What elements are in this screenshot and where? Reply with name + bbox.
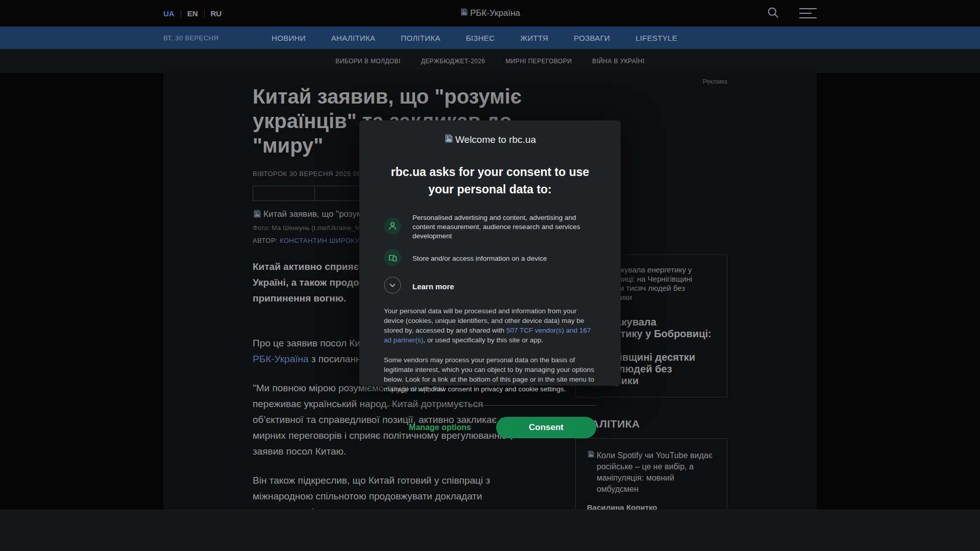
- nav-item-polityka[interactable]: ПОЛІТИКА: [401, 34, 440, 42]
- nav-item-rozvahy[interactable]: РОЗВАГИ: [574, 34, 610, 42]
- analytics-heading: АНАЛІТИКА: [575, 418, 727, 430]
- person-icon: [384, 217, 401, 237]
- site-logo[interactable]: РБК-Україна: [460, 8, 520, 19]
- topic-moldova-elections[interactable]: ВИБОРИ В МОЛДОВІ: [335, 58, 400, 65]
- purpose-text: Store and/or access information on a dev…: [412, 254, 547, 263]
- nav-item-analityka[interactable]: АНАЛІТИКА: [331, 34, 376, 42]
- menu-icon[interactable]: [799, 5, 817, 22]
- consent-paragraph: Some vendors may process your personal d…: [384, 355, 596, 394]
- analytics-image-alt: Коли Spotify чи YouTube видає російське …: [597, 450, 716, 495]
- top-bar: UA EN RU РБК-Україна: [0, 0, 980, 27]
- purpose-text: Personalised advertising and content, ad…: [412, 213, 596, 241]
- language-switcher: UA EN RU: [163, 9, 222, 18]
- paragraph-text: , or used specifically by this site or a…: [423, 336, 543, 344]
- divider: [181, 10, 181, 17]
- broken-image-icon: [460, 8, 469, 19]
- devices-icon: [384, 249, 401, 268]
- topic-budget-2026[interactable]: ДЕРЖБЮДЖЕТ-2026: [421, 58, 485, 65]
- share-button[interactable]: [253, 186, 315, 201]
- broken-image-icon: [253, 209, 262, 221]
- nav-item-lifestyle[interactable]: LIFESTYLE: [635, 34, 677, 42]
- lang-en[interactable]: EN: [187, 9, 198, 18]
- nav-date: ВТ, 30 ВЕРЕСНЯ: [163, 34, 218, 42]
- consent-heading: rbc.ua asks for your consent to use your…: [384, 163, 596, 198]
- purpose-row-store-information: Store and/or access information on a dev…: [384, 249, 596, 268]
- nav-item-zhyttia[interactable]: ЖИТТЯ: [520, 34, 548, 42]
- search-icon[interactable]: [766, 6, 780, 21]
- logo-alt-text: РБК-Україна: [470, 8, 520, 18]
- consent-button[interactable]: Consent: [496, 417, 596, 438]
- author-label: АВТОР:: [253, 237, 278, 244]
- ad-label: Реклама: [575, 78, 727, 85]
- welcome-alt-text: Welcome to rbc.ua: [455, 134, 536, 145]
- main-nav: ВТ, 30 ВЕРЕСНЯ НОВИНИ АНАЛІТИКА ПОЛІТИКА…: [0, 27, 980, 49]
- nav-item-biznes[interactable]: БІЗНЕС: [466, 34, 495, 42]
- broken-image-icon: [587, 450, 595, 495]
- lang-ru[interactable]: RU: [211, 9, 222, 18]
- consent-paragraph: Your personal data will be processed and…: [384, 306, 596, 345]
- manage-options-button[interactable]: Manage options: [384, 423, 496, 432]
- divider: [384, 405, 596, 406]
- lang-ua[interactable]: UA: [163, 9, 175, 18]
- rbc-ukraine-link[interactable]: РБК-Україна: [253, 354, 309, 364]
- consent-dialog: Welcome to rbc.ua rbc.ua asks for your c…: [359, 120, 621, 386]
- learn-more-label: Learn more: [412, 282, 454, 291]
- topics-bar: ВИБОРИ В МОЛДОВІ ДЕРЖБЮДЖЕТ-2026 МИРНІ П…: [0, 49, 980, 73]
- topic-peace-talks[interactable]: МИРНІ ПЕРЕГОВОРИ: [505, 58, 572, 65]
- topic-war-in-ukraine[interactable]: ВІЙНА В УКРАЇНІ: [592, 58, 644, 65]
- broken-image-icon: [444, 134, 454, 146]
- author-link[interactable]: КОНСТАНТИН ШИРОКУН: [280, 237, 364, 244]
- chevron-down-icon: [384, 277, 401, 296]
- nav-item-novyny[interactable]: НОВИНИ: [272, 34, 306, 42]
- bottom-ad-band: [0, 510, 980, 551]
- divider: [204, 10, 205, 17]
- learn-more-toggle[interactable]: Learn more: [384, 277, 596, 296]
- purpose-row-personalised-ads: Personalised advertising and content, ad…: [384, 213, 596, 241]
